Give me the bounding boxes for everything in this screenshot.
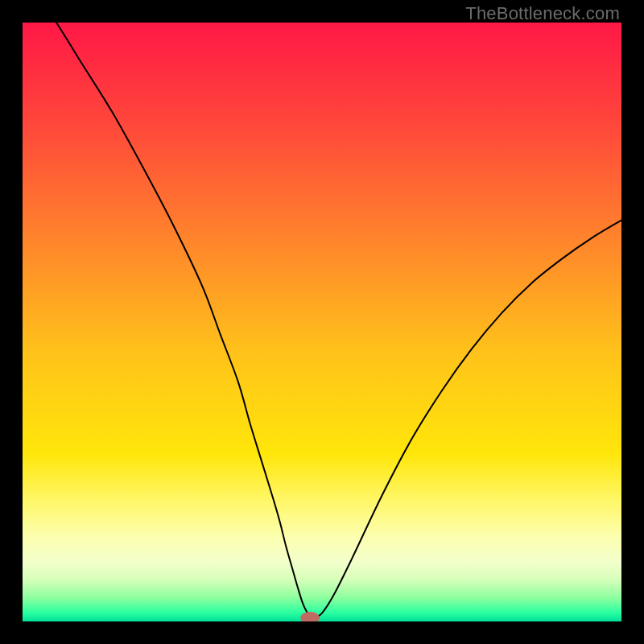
plot-area	[23, 23, 621, 621]
watermark-text: TheBottleneck.com	[465, 3, 620, 24]
outer-frame: TheBottleneck.com	[0, 0, 644, 644]
chart-svg	[23, 23, 621, 621]
